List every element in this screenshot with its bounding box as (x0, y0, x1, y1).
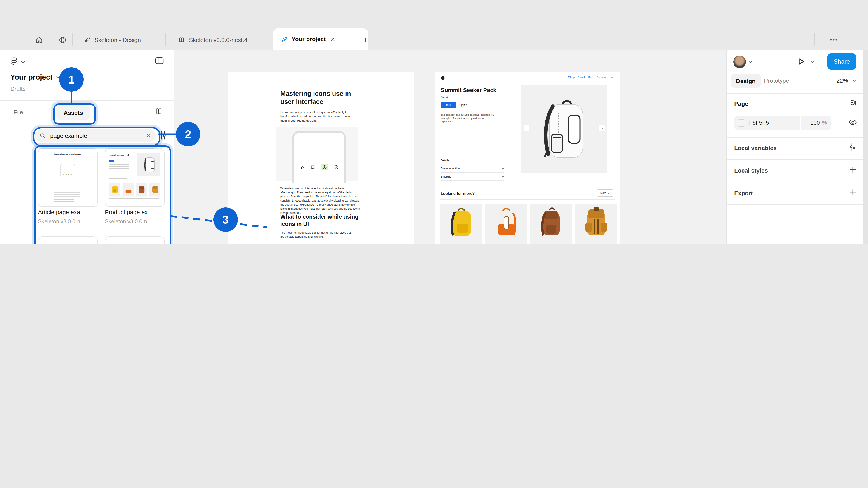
divider (440, 83, 615, 83)
play-icon[interactable] (798, 57, 805, 66)
add-style-icon[interactable] (849, 166, 856, 173)
more-button: More→ (597, 189, 614, 197)
article-h2: What to consider while using icons in UI (280, 213, 360, 228)
article-paragraph: When designing an interface, icons shoul… (280, 186, 360, 215)
chevron-down-icon[interactable] (810, 61, 814, 63)
figma-app: Skeleton - Design Skeleton v3.0.0-next.4… (0, 0, 868, 244)
product-card: Carhartt WIP Kickflip$230 (440, 204, 483, 244)
pen-nib-icon (84, 37, 90, 43)
opacity-percent: % (822, 120, 827, 126)
chevron-down-icon[interactable] (852, 79, 856, 82)
figma-menu-button[interactable] (10, 57, 18, 66)
book-icon (178, 37, 185, 43)
close-icon[interactable] (330, 36, 335, 42)
local-variables-label: Local variables (734, 144, 777, 151)
project-title[interactable]: Your project (10, 73, 60, 81)
add-export-icon[interactable] (849, 189, 856, 196)
divider (727, 93, 864, 94)
tab-label: Skeleton - Design (94, 36, 141, 43)
panel-toggle-icon (155, 57, 164, 65)
variables-sliders-icon[interactable] (849, 143, 856, 152)
home-button[interactable] (29, 30, 49, 50)
phone-icon-row (294, 164, 344, 170)
eye-icon[interactable] (848, 119, 857, 126)
article-h3: Recognition (280, 243, 305, 244)
tab-separator (72, 33, 73, 46)
phone-frame (292, 131, 346, 183)
article-text: The most non-negotiable tips for designi… (280, 230, 356, 238)
leaf-icon (300, 165, 305, 169)
window-scrollbar-gutter[interactable] (863, 50, 868, 244)
share-button[interactable]: Share (827, 53, 856, 70)
toggle-sidebar-button[interactable] (155, 57, 164, 65)
highlighted-icon-bg (321, 164, 328, 170)
libraries-button[interactable] (155, 107, 163, 115)
tab-skeleton-design[interactable]: Skeleton - Design (76, 30, 149, 50)
tab-file[interactable]: File (13, 109, 23, 116)
community-button[interactable] (53, 30, 72, 50)
user-circle-icon (322, 165, 327, 169)
tab-separator (814, 33, 815, 46)
divider (727, 137, 864, 138)
product-title: Summit Seeker Pack (441, 87, 496, 94)
article-hero-figure (276, 127, 358, 181)
backpack-image (521, 86, 607, 173)
more-menu-button[interactable] (824, 30, 844, 50)
globe-icon (59, 36, 66, 43)
product-card: Carhartt WIP Kickflip$230 (575, 204, 617, 244)
accordion-row-details: Details+ (441, 156, 504, 164)
article-lead: Learn the best practices of using icons … (280, 110, 356, 123)
tab-separator (165, 33, 166, 46)
annotation-badge-1: 1 (59, 67, 84, 92)
page-section-label: Page (734, 100, 748, 107)
canvas-frame-product[interactable]: Shop About Blog Account Bag Summit Seeke… (435, 72, 620, 244)
carousel-prev-button: ← (524, 125, 529, 131)
nav-link: Shop (568, 76, 575, 78)
color-swatch[interactable] (738, 119, 745, 127)
book-icon (310, 165, 315, 169)
more-heading: Looking for more? (441, 191, 475, 196)
nav-link: About (578, 76, 585, 78)
pen-nib-icon (281, 36, 287, 42)
highlight-ring-search (33, 127, 160, 147)
window-toolbar: Skeleton - Design Skeleton v3.0.0-next.4… (0, 0, 868, 50)
figma-logo-icon (10, 57, 18, 66)
page-opacity-field[interactable]: 100 % (801, 116, 831, 130)
new-tab-button[interactable] (355, 30, 375, 50)
product-photo: ← → (521, 86, 607, 173)
plus-icon (362, 36, 369, 43)
tab-skeleton-library[interactable]: Skeleton v3.0.0-next.4 (170, 30, 256, 50)
page-color-field[interactable]: F5F5F5 (734, 116, 800, 130)
annotation-badge-2: 2 (176, 122, 200, 147)
variable-modes-icon[interactable] (848, 99, 856, 107)
export-label: Export (734, 190, 753, 197)
tab-your-project[interactable]: Your project (273, 29, 368, 50)
divider (440, 199, 615, 200)
zoom-level[interactable]: 22% (836, 77, 848, 84)
product-nav: Shop About Blog Account Bag (568, 76, 614, 78)
article-title: Mastering icons use in user interface (280, 90, 361, 106)
product-price: $120 (461, 103, 467, 107)
product-accordion: Details+ Payment options+ Shipping+ (441, 156, 504, 181)
buy-button: Buy (441, 102, 456, 108)
color-hex: F5F5F5 (749, 120, 769, 126)
target-icon (334, 165, 338, 169)
canvas-frame-article[interactable]: Mastering icons use in user interface Le… (228, 72, 414, 244)
highlight-ring-results (34, 145, 171, 244)
tab-prototype[interactable]: Prototype (764, 77, 789, 84)
tab-label: Skeleton v3.0.0-next.4 (189, 36, 248, 43)
highlight-ring-assets (53, 103, 96, 125)
right-sidebar: Share Design Prototype 22% Page F5F5F5 1… (726, 50, 864, 244)
avatar[interactable] (733, 56, 746, 68)
product-description: The compact and durable backpack embodie… (441, 113, 494, 124)
tab-design[interactable]: Design (731, 74, 761, 88)
nav-link: Account (596, 76, 606, 78)
product-card: Carhartt WIP Kickflip$230 (485, 204, 527, 244)
product-card: Carhartt WIP Kickflip$230 (530, 204, 572, 244)
annotation-badge-3: 3 (213, 207, 238, 232)
divider (727, 204, 864, 205)
project-location: Drafts (10, 86, 26, 92)
chevron-down-icon[interactable] (21, 61, 25, 64)
local-styles-label: Local styles (734, 167, 768, 174)
chevron-down-icon[interactable] (749, 61, 753, 63)
